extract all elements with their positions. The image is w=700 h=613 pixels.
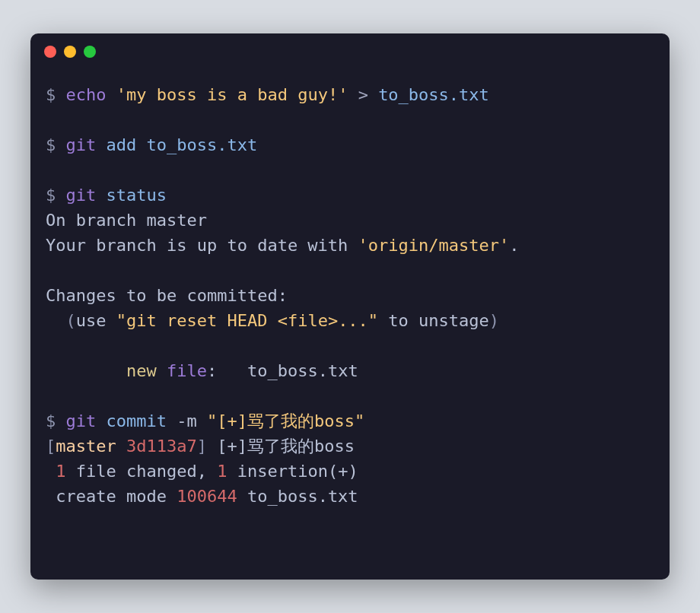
- terminal-line: $ git status: [46, 183, 654, 208]
- terminal-token: git: [66, 411, 97, 430]
- terminal-token: ]: [197, 437, 207, 456]
- terminal-token: new: [126, 361, 157, 380]
- terminal-line: Your branch is up to date with 'origin/m…: [46, 233, 654, 258]
- terminal-line: new file: to_boss.txt: [46, 358, 654, 383]
- terminal-token: [106, 85, 116, 104]
- terminal-token: 'my boss is a bad guy!': [116, 85, 348, 104]
- terminal-token: to_boss.txt: [147, 135, 258, 154]
- terminal-token: $: [46, 135, 66, 154]
- terminal-line: 1 file changed, 1 insertion(+): [46, 459, 654, 484]
- terminal-token: Your branch is up to date with: [46, 236, 358, 255]
- terminal-token: [: [46, 437, 56, 456]
- terminal-token: [157, 361, 167, 380]
- terminal-token: insertion(+): [227, 462, 358, 481]
- terminal-line: $ git add to_boss.txt: [46, 132, 654, 157]
- terminal-line: [master 3d113a7] [+]骂了我的boss: [46, 434, 654, 459]
- terminal-token: 1: [217, 462, 227, 481]
- terminal-token: [+]骂了我的boss: [217, 437, 355, 456]
- terminal-token: Changes to be committed:: [46, 286, 288, 305]
- terminal-token: git: [66, 135, 97, 154]
- terminal-token: [96, 135, 106, 154]
- terminal-token: git: [66, 186, 97, 205]
- terminal-token: [116, 437, 126, 456]
- minimize-icon[interactable]: [64, 46, 76, 58]
- terminal-token: file changed,: [66, 462, 218, 481]
- terminal-token: "[+]骂了我的boss": [207, 411, 364, 430]
- terminal-token: [136, 135, 146, 154]
- terminal-token: to unstage: [378, 311, 489, 330]
- terminal-token: commit: [107, 411, 167, 430]
- terminal-line: create mode 100644 to_boss.txt: [46, 484, 654, 509]
- terminal-token: [46, 361, 126, 380]
- terminal-token: 100644: [177, 487, 237, 506]
- terminal-line: [46, 258, 654, 283]
- terminal-token: $: [46, 186, 66, 205]
- terminal-token: add: [107, 135, 137, 154]
- terminal-line: (use "git reset HEAD <file>..." to unsta…: [46, 308, 654, 333]
- terminal-token: status: [107, 186, 167, 205]
- terminal-token: [348, 85, 358, 104]
- terminal-token: 1: [56, 462, 65, 481]
- terminal-token: -m: [177, 411, 197, 430]
- terminal-token: [207, 437, 217, 456]
- terminal-output[interactable]: $ echo 'my boss is a bad guy!' > to_boss…: [30, 70, 670, 580]
- close-icon[interactable]: [44, 46, 56, 58]
- terminal-token: to_boss.txt: [378, 85, 489, 104]
- terminal-token: [96, 411, 106, 430]
- terminal-line: [46, 107, 654, 132]
- terminal-token: create mode: [46, 487, 177, 506]
- terminal-token: echo: [66, 85, 107, 104]
- terminal-token: use: [76, 311, 116, 330]
- terminal-token: 3d113a7: [126, 437, 197, 456]
- terminal-token: master: [56, 437, 116, 456]
- terminal-line: [46, 383, 654, 408]
- terminal-line: [46, 157, 654, 183]
- titlebar: [30, 33, 670, 70]
- terminal-line: [46, 333, 654, 358]
- maximize-icon[interactable]: [84, 46, 96, 58]
- terminal-token: [167, 411, 177, 430]
- terminal-line: $ git commit -m "[+]骂了我的boss": [46, 408, 654, 434]
- terminal-token: .: [509, 236, 519, 255]
- terminal-token: >: [358, 85, 368, 104]
- terminal-token: "git reset HEAD <file>...": [116, 311, 378, 330]
- terminal-token: $: [46, 411, 66, 430]
- terminal-token: $: [46, 85, 66, 104]
- terminal-token: (: [46, 311, 76, 330]
- terminal-token: [197, 411, 207, 430]
- terminal-token: file: [167, 361, 207, 380]
- terminal-line: $ echo 'my boss is a bad guy!' > to_boss…: [46, 82, 654, 107]
- terminal-token: [96, 186, 106, 205]
- terminal-token: ): [489, 311, 499, 330]
- terminal-token: [368, 85, 378, 104]
- terminal-token: [46, 462, 56, 481]
- terminal-token: to_boss.txt: [237, 487, 358, 506]
- terminal-window: $ echo 'my boss is a bad guy!' > to_boss…: [30, 33, 670, 580]
- terminal-line: On branch master: [46, 208, 654, 233]
- terminal-token: 'origin/master': [358, 236, 510, 255]
- terminal-line: Changes to be committed:: [46, 283, 654, 308]
- terminal-token: : to_boss.txt: [207, 361, 358, 380]
- terminal-token: On branch master: [46, 211, 207, 230]
